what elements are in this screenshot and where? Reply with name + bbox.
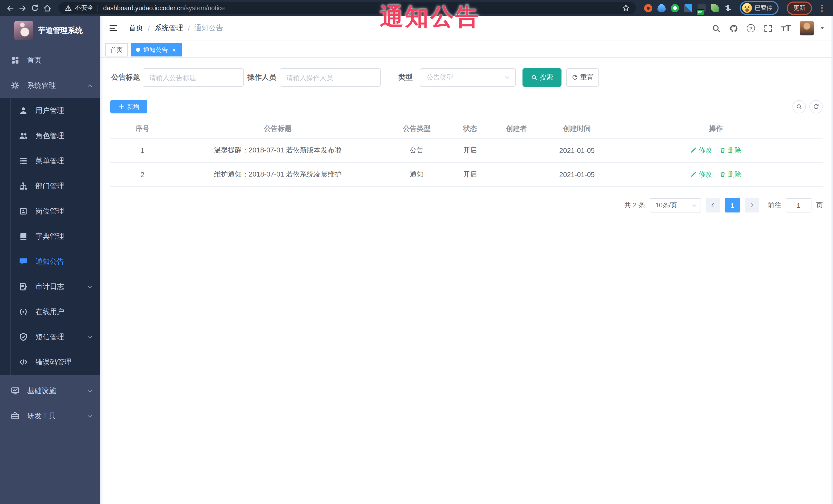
toggle-search-button[interactable]: [792, 100, 806, 114]
add-button[interactable]: 新增: [110, 100, 147, 114]
page-size-select[interactable]: 10条/页: [650, 198, 701, 213]
message-icon: [19, 257, 28, 266]
sidebar-item-sms-mgmt[interactable]: 短信管理: [0, 325, 100, 350]
type-select-placeholder: 公告类型: [427, 73, 453, 82]
switch-extension-icon[interactable]: on: [697, 4, 706, 12]
pencil-icon: [690, 171, 696, 177]
delete-button[interactable]: 删除: [719, 146, 741, 155]
gear-icon: [11, 81, 20, 90]
reset-button-label: 重置: [580, 73, 594, 82]
fullscreen-icon[interactable]: [764, 24, 772, 32]
screenshot-stage: 不安全 dashboard.yudao.iocoder.cn/system/no…: [0, 0, 833, 504]
search-icon[interactable]: [712, 24, 721, 32]
reload-icon[interactable]: [30, 3, 40, 13]
sidebar-item-role-mgmt[interactable]: 角色管理: [0, 123, 100, 148]
sidebar-item-online-users[interactable]: 在线用户: [0, 299, 100, 325]
sidebar-item-notice[interactable]: 通知公告: [0, 249, 100, 274]
sidebar-item-audit-log[interactable]: 审计日志: [0, 274, 100, 299]
chevron-right-icon: [749, 203, 755, 208]
refresh-table-button[interactable]: [809, 100, 823, 114]
delete-button[interactable]: 删除: [719, 170, 741, 179]
prev-page-button[interactable]: [706, 198, 720, 213]
cell-status: 开启: [452, 146, 488, 155]
browser-update-button[interactable]: 更新: [787, 1, 812, 15]
browser-menu-icon[interactable]: [818, 4, 826, 11]
search-button[interactable]: 搜索: [523, 68, 562, 87]
type-filter-select[interactable]: 公告类型: [420, 68, 516, 87]
log-icon: [19, 282, 28, 291]
sidebar-item-label: 岗位管理: [35, 207, 93, 216]
title-filter-input[interactable]: [143, 68, 244, 87]
annotation-text: 通知公告: [380, 1, 480, 33]
sidebar-logo-row[interactable]: 芋道管理系统: [0, 16, 100, 45]
sidebar-item-infrastructure[interactable]: 基础设施: [0, 378, 100, 403]
cell-status: 开启: [452, 170, 488, 179]
address-bar[interactable]: 不安全 dashboard.yudao.iocoder.cn/system/no…: [58, 2, 636, 14]
tab-home[interactable]: 首页: [105, 43, 128, 56]
right-toolbar: [792, 100, 823, 114]
tab-notice[interactable]: 通知公告: [131, 43, 182, 56]
lifebuoy-extension-icon[interactable]: [644, 4, 652, 12]
forward-icon[interactable]: [18, 3, 28, 13]
col-actions: 操作: [609, 124, 823, 133]
shield-icon: [19, 333, 28, 341]
plus-icon: [118, 104, 124, 110]
puzzle-icon[interactable]: [724, 4, 732, 12]
help-icon[interactable]: [747, 24, 755, 32]
sidebar-item-system-mgmt[interactable]: 系统管理: [0, 73, 100, 98]
security-label: 不安全: [75, 4, 93, 12]
chevron-up-icon: [87, 82, 93, 89]
pencil-icon: [690, 147, 696, 153]
breadcrumb-system[interactable]: 系统管理: [154, 24, 183, 33]
sidebar-item-label: 用户管理: [35, 106, 93, 115]
window-scrollbar[interactable]: [831, 16, 833, 504]
vue-devtools-icon[interactable]: [670, 4, 679, 12]
url-path: /system/notice: [184, 4, 225, 11]
avatar[interactable]: [800, 21, 814, 35]
cell-no: 2: [110, 171, 174, 178]
sidebar-item-label: 角色管理: [35, 131, 93, 140]
trash-icon: [719, 171, 726, 177]
goto-page-input[interactable]: [786, 198, 811, 213]
sidebar-item-dept-mgmt[interactable]: 部门管理: [0, 173, 100, 199]
back-icon[interactable]: [5, 3, 16, 13]
sidebar-item-dict-mgmt[interactable]: 字典管理: [0, 224, 100, 249]
sidebar-item-label: 错误码管理: [35, 358, 93, 367]
font-size-icon[interactable]: [781, 24, 791, 32]
cell-type: 公告: [381, 146, 452, 155]
sidebar-item-post-mgmt[interactable]: 岗位管理: [0, 199, 100, 224]
cell-type: 通知: [381, 170, 452, 179]
bookmark-star-icon[interactable]: [622, 4, 629, 12]
collapse-sidebar-icon[interactable]: [109, 24, 118, 33]
col-title: 公告标题: [174, 124, 381, 133]
tab-label: 首页: [110, 45, 123, 54]
edit-button[interactable]: 修改: [690, 170, 712, 179]
grid-extension-icon[interactable]: [684, 4, 692, 12]
edit-button[interactable]: 修改: [690, 146, 712, 155]
profile-status-label: 已暂停: [755, 4, 772, 12]
close-tab-icon[interactable]: [171, 46, 177, 53]
leaf-extension-icon[interactable]: [711, 4, 719, 12]
sidebar-item-user-mgmt[interactable]: 用户管理: [0, 98, 100, 123]
next-page-button[interactable]: [745, 198, 759, 213]
sidebar-item-menu-mgmt[interactable]: 菜单管理: [0, 148, 100, 173]
online-icon: [19, 307, 28, 316]
browser-profile-button[interactable]: 已暂停: [739, 1, 779, 15]
operator-filter-input[interactable]: [280, 68, 381, 87]
drop-extension-icon[interactable]: [657, 4, 665, 12]
caret-down-icon[interactable]: [820, 26, 825, 31]
chevron-left-icon: [710, 203, 715, 208]
reset-button[interactable]: 重置: [566, 68, 599, 87]
current-page-button[interactable]: 1: [725, 198, 740, 213]
home-icon[interactable]: [42, 3, 52, 13]
cell-actions: 修改 删除: [609, 146, 823, 155]
cell-title: 维护通知：2018-07-01 若依系统凌晨维护: [174, 170, 381, 179]
sidebar-item-errcode-mgmt[interactable]: 错误码管理: [0, 350, 100, 375]
url-text: dashboard.yudao.iocoder.cn/system/notice: [103, 4, 225, 11]
breadcrumb-home[interactable]: 首页: [129, 24, 143, 33]
profile-emoji-icon: [742, 3, 752, 13]
sidebar-item-dev-tools[interactable]: 研发工具: [0, 403, 100, 429]
github-icon[interactable]: [729, 24, 738, 32]
filter-form: 公告标题 操作人员 类型 公告类型 搜索 重置: [110, 68, 823, 87]
sidebar-item-home[interactable]: 首页: [0, 48, 100, 73]
